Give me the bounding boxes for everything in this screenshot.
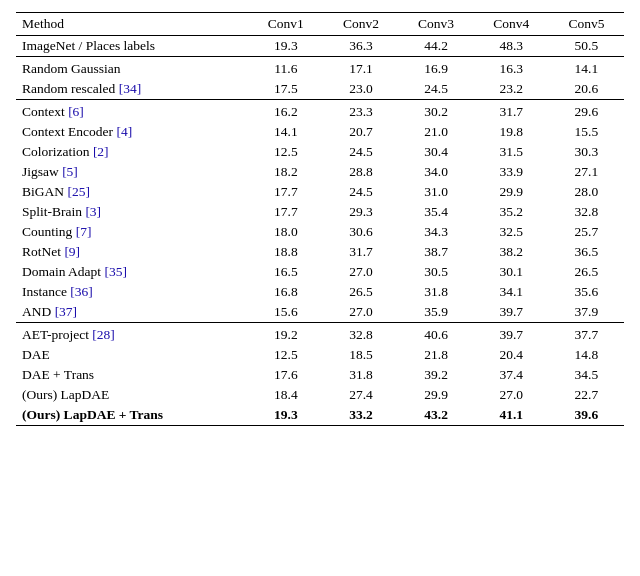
citation-link: [28] [92, 327, 115, 342]
cell-conv5: 37.9 [549, 302, 624, 323]
table-row: AET-project [28]19.232.840.639.737.7 [16, 323, 624, 346]
cell-conv2: 24.5 [323, 182, 398, 202]
cell-conv2: 23.0 [323, 79, 398, 100]
cell-conv3: 21.8 [399, 345, 474, 365]
cell-conv5: 29.6 [549, 100, 624, 123]
cell-conv3: 38.7 [399, 242, 474, 262]
table-row: AND [37]15.627.035.939.737.9 [16, 302, 624, 323]
header-method: Method [16, 13, 248, 36]
table-row: Context [6]16.223.330.231.729.6 [16, 100, 624, 123]
cell-conv4: 41.1 [474, 405, 549, 426]
table-row: DAE12.518.521.820.414.8 [16, 345, 624, 365]
results-table: Method Conv1 Conv2 Conv3 Conv4 Conv5 Ima… [16, 12, 624, 426]
cell-conv2: 24.5 [323, 142, 398, 162]
cell-conv2: 26.5 [323, 282, 398, 302]
cell-conv5: 28.0 [549, 182, 624, 202]
cell-method: Context Encoder [4] [16, 122, 248, 142]
cell-method: Counting [7] [16, 222, 248, 242]
cell-conv1: 16.5 [248, 262, 323, 282]
cell-method: RotNet [9] [16, 242, 248, 262]
cell-conv5: 32.8 [549, 202, 624, 222]
cell-conv5: 14.1 [549, 57, 624, 80]
cell-conv2: 31.8 [323, 365, 398, 385]
cell-conv4: 39.7 [474, 302, 549, 323]
cell-conv1: 19.3 [248, 405, 323, 426]
header-conv1: Conv1 [248, 13, 323, 36]
cell-conv5: 39.6 [549, 405, 624, 426]
cell-conv1: 18.4 [248, 385, 323, 405]
citation-link: [5] [62, 164, 78, 179]
cell-conv4: 35.2 [474, 202, 549, 222]
cell-method: AET-project [28] [16, 323, 248, 346]
cell-method: Split-Brain [3] [16, 202, 248, 222]
cell-conv3: 40.6 [399, 323, 474, 346]
cell-conv2: 36.3 [323, 36, 398, 57]
cell-conv5: 20.6 [549, 79, 624, 100]
cell-conv2: 28.8 [323, 162, 398, 182]
table-row: Counting [7]18.030.634.332.525.7 [16, 222, 624, 242]
header-conv2: Conv2 [323, 13, 398, 36]
citation-link: [36] [70, 284, 93, 299]
cell-method: Jigsaw [5] [16, 162, 248, 182]
cell-conv2: 18.5 [323, 345, 398, 365]
citation-link: [37] [55, 304, 78, 319]
cell-method: Colorization [2] [16, 142, 248, 162]
citation-link: [4] [116, 124, 132, 139]
cell-method: DAE [16, 345, 248, 365]
cell-conv4: 33.9 [474, 162, 549, 182]
cell-conv1: 12.5 [248, 142, 323, 162]
cell-conv4: 29.9 [474, 182, 549, 202]
cell-method: (Ours) LapDAE + Trans [16, 405, 248, 426]
table-row: Instance [36]16.826.531.834.135.6 [16, 282, 624, 302]
header-conv3: Conv3 [399, 13, 474, 36]
cell-conv1: 11.6 [248, 57, 323, 80]
cell-conv5: 26.5 [549, 262, 624, 282]
cell-conv3: 34.3 [399, 222, 474, 242]
cell-conv2: 27.0 [323, 302, 398, 323]
table-header: Method Conv1 Conv2 Conv3 Conv4 Conv5 [16, 13, 624, 36]
citation-link: [6] [68, 104, 84, 119]
header-conv5: Conv5 [549, 13, 624, 36]
cell-conv2: 32.8 [323, 323, 398, 346]
cell-method: ImageNet / Places labels [16, 36, 248, 57]
citation-link: [9] [64, 244, 80, 259]
cell-conv3: 43.2 [399, 405, 474, 426]
table-row: DAE + Trans17.631.839.237.434.5 [16, 365, 624, 385]
cell-conv2: 29.3 [323, 202, 398, 222]
cell-conv1: 17.7 [248, 202, 323, 222]
cell-conv3: 31.8 [399, 282, 474, 302]
cell-conv2: 20.7 [323, 122, 398, 142]
cell-conv5: 36.5 [549, 242, 624, 262]
cell-conv4: 20.4 [474, 345, 549, 365]
cell-conv1: 12.5 [248, 345, 323, 365]
table-row: Random rescaled [34]17.523.024.523.220.6 [16, 79, 624, 100]
cell-conv3: 29.9 [399, 385, 474, 405]
cell-conv3: 30.2 [399, 100, 474, 123]
cell-conv4: 34.1 [474, 282, 549, 302]
cell-conv3: 35.4 [399, 202, 474, 222]
cell-method: DAE + Trans [16, 365, 248, 385]
cell-conv1: 17.6 [248, 365, 323, 385]
cell-conv2: 30.6 [323, 222, 398, 242]
cell-conv5: 34.5 [549, 365, 624, 385]
cell-conv3: 30.4 [399, 142, 474, 162]
table-row: Random Gaussian11.617.116.916.314.1 [16, 57, 624, 80]
cell-conv3: 39.2 [399, 365, 474, 385]
cell-conv2: 33.2 [323, 405, 398, 426]
cell-conv4: 19.8 [474, 122, 549, 142]
cell-conv3: 44.2 [399, 36, 474, 57]
cell-conv3: 34.0 [399, 162, 474, 182]
citation-link: [2] [93, 144, 109, 159]
table-row: Context Encoder [4]14.120.721.019.815.5 [16, 122, 624, 142]
cell-method: Domain Adapt [35] [16, 262, 248, 282]
cell-method: Random Gaussian [16, 57, 248, 80]
table-row: ImageNet / Places labels19.336.344.248.3… [16, 36, 624, 57]
header-conv4: Conv4 [474, 13, 549, 36]
cell-conv1: 19.2 [248, 323, 323, 346]
cell-conv4: 48.3 [474, 36, 549, 57]
cell-conv3: 35.9 [399, 302, 474, 323]
cell-conv5: 50.5 [549, 36, 624, 57]
cell-conv1: 17.5 [248, 79, 323, 100]
cell-conv3: 21.0 [399, 122, 474, 142]
cell-conv5: 25.7 [549, 222, 624, 242]
